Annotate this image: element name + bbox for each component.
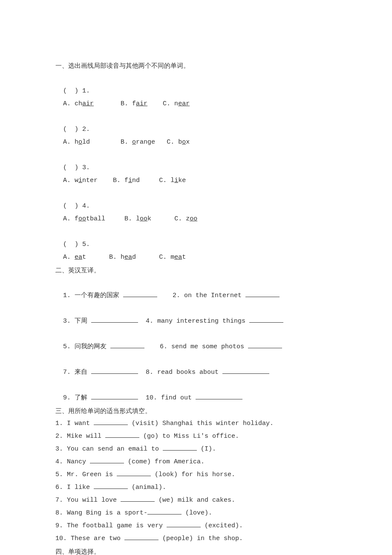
s2-row5: 9. 了解 10. find out (55, 379, 337, 405)
s3-q2-a: 2. Mike will (55, 433, 105, 440)
s1-q3-a-pre: A. w (63, 177, 78, 184)
blank (249, 315, 283, 323)
s1-q4-b-u: oo (140, 215, 147, 223)
s3-q10-b: (people) in the shop. (159, 535, 243, 542)
s2-row1: 1. 一个有趣的国家 2. on the Internet (55, 277, 337, 302)
s1-q4-a-pre: A. f (63, 215, 78, 223)
s2-row4: 7. 来自 8. read books about (55, 353, 337, 379)
s1-q2-a-post: ld (82, 139, 90, 146)
s1-q3-b-post: nd (132, 177, 140, 184)
s2-q2: 2. on the Internet (173, 292, 245, 299)
s3-q7-a: 7. You will love (55, 497, 121, 504)
s1-q3-a-u: i (78, 177, 82, 184)
s1-q5-c-pre: C. m (159, 254, 174, 261)
s3-q1-b: (visit) Shanghai this winter holiday. (128, 420, 274, 427)
s3-q9: 9. The football game is very (excited). (55, 520, 337, 532)
blank (121, 494, 155, 502)
blank (196, 392, 242, 400)
s1-q2-num: ( ) 2. (63, 126, 90, 133)
blank (123, 290, 157, 298)
s1-q1-b-u: air (136, 100, 147, 107)
blank (245, 290, 280, 298)
section-2-title: 二、英汉互译。 (55, 264, 337, 277)
blank (110, 341, 144, 349)
s2-row2: 3. 下周 4. many interesting things (55, 302, 337, 328)
s2-q9: 9. 了解 (63, 394, 91, 402)
s2-row3: 5. 问我的网友 6. send me some photos (55, 328, 337, 353)
s1-q2-c-pre: C. b (167, 139, 182, 146)
s1-q5-a-post: t (82, 254, 86, 261)
s1-q3-c-pre: C. l (159, 177, 174, 184)
s2-q10: 10. find out (146, 394, 196, 402)
s3-q10-a: 10. These are two (55, 535, 124, 542)
blank (105, 431, 139, 438)
s2-q8: 8. read books about (146, 369, 222, 376)
s2-q4: 4. many interesting things (146, 318, 249, 325)
s2-q7: 7. 来自 (63, 369, 91, 376)
blank (91, 392, 138, 400)
s1-q1-b-pre: B. f (121, 100, 136, 107)
blank (147, 507, 182, 515)
s3-q3: 3. You can send an email to (I). (55, 443, 337, 456)
s1-q5-c-u: ea (174, 254, 182, 261)
s1-q1: ( ) 1. A. chair B. fair C. near (55, 72, 337, 110)
s1-q4-c-pre: C. z (174, 215, 190, 223)
s3-q8: 8. Wang Bing is a sport- (love). (55, 507, 337, 520)
section-4-title: 四、单项选择。 (55, 545, 337, 555)
s3-q1: 1. I want (visit) Shanghai this winter h… (55, 417, 337, 430)
s3-q9-a: 9. The football game is very (55, 522, 167, 529)
s3-q8-b: (love). (182, 509, 212, 517)
s1-q3: ( ) 3. A. winter B. find C. like (55, 149, 337, 187)
s1-q1-num: ( ) 1. (63, 87, 90, 95)
s3-q10: 10. These are two (people) in the shop. (55, 532, 337, 545)
s3-q7: 7. You will love (we) milk and cakes. (55, 494, 337, 507)
s3-q5-a: 5. Mr. Green is (55, 471, 117, 478)
s1-q1-c-pre: C. n (163, 100, 178, 107)
s3-q5-b: (look) for his horse. (151, 471, 235, 478)
s3-q8-a: 8. Wang Bing is a sport- (55, 509, 147, 517)
s1-q3-b-u: i (128, 177, 132, 184)
s1-q4-c-u: oo (190, 215, 197, 223)
s1-q5-c-post: t (182, 254, 186, 261)
s1-q3-b-pre: B. f (113, 177, 128, 184)
s1-q2-b-u: o (132, 139, 136, 146)
blank (222, 367, 269, 374)
s3-q7-b: (we) milk and cakes. (155, 497, 235, 504)
s1-q2-c-u: o (182, 139, 186, 146)
blank (167, 520, 201, 528)
blank (94, 482, 128, 489)
s3-q6: 6. I like (animal). (55, 481, 337, 494)
s3-q6-b: (animal). (128, 484, 166, 491)
s2-q6: 6. send me some photos (160, 343, 248, 350)
s1-q2: ( ) 2. A. hold B. orange C. box (55, 110, 337, 149)
blank (163, 443, 197, 451)
blank (124, 533, 159, 541)
s1-q4-b-pre: B. l (124, 215, 140, 223)
s1-q5-b-pre: B. h (109, 254, 124, 261)
s3-q9-b: (excited). (201, 522, 243, 529)
s3-q4-a: 4. Nancy (55, 458, 90, 465)
s1-q3-a-post: nter (82, 177, 98, 184)
s1-q2-a-u: o (78, 139, 82, 146)
s1-q3-c-u: i (174, 177, 178, 184)
s1-q1-c-u: ear (178, 100, 190, 107)
s1-q2-b-pre: B. (121, 139, 132, 146)
s1-q5-b-post: d (132, 254, 136, 261)
s2-q1: 1. 一个有趣的国家 (63, 292, 123, 299)
s1-q2-b-post: range (136, 139, 155, 146)
blank (91, 315, 138, 323)
s1-q2-a-pre: A. h (63, 139, 78, 146)
s1-q4-a-u: oo (78, 215, 86, 223)
s3-q3-a: 3. You can send an email to (55, 445, 163, 453)
s2-q5: 5. 问我的网友 (63, 343, 110, 350)
s1-q4-b-post: k (147, 215, 151, 223)
s1-q1-a-pre: A. ch (63, 100, 82, 107)
s3-q4: 4. Nancy (come) from America. (55, 456, 337, 468)
s1-q2-c-post: x (186, 139, 190, 146)
s1-q5-b-u: ea (124, 254, 132, 261)
s3-q2-b: (go) to Miss Li's office. (139, 433, 239, 440)
blank (90, 456, 124, 464)
s3-q1-a: 1. I want (55, 420, 94, 427)
blank (91, 367, 138, 374)
section-3-title: 三、用所给单词的适当形式填空。 (55, 405, 337, 417)
